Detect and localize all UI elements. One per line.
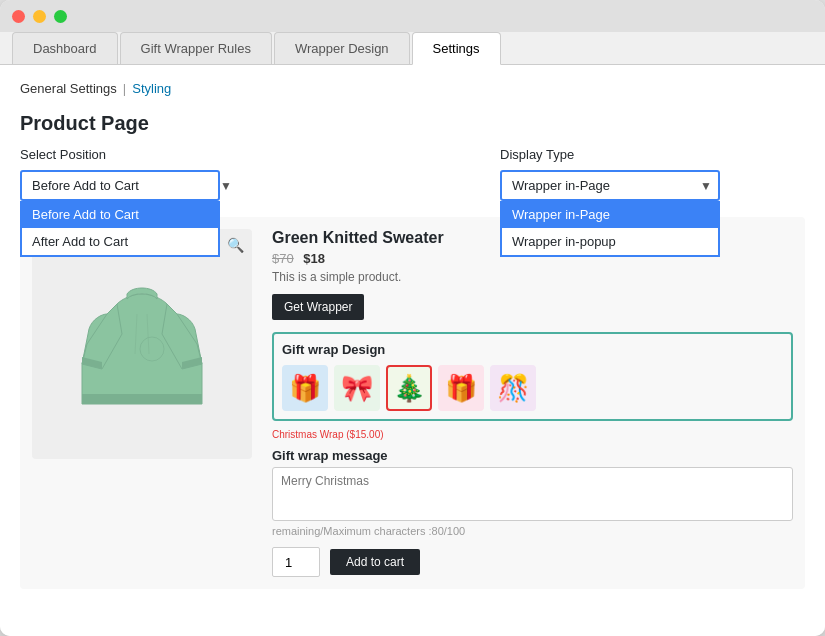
- display-dropdown: Wrapper in-Page Wrapper in-popup: [500, 201, 720, 257]
- breadcrumb: General Settings | Styling: [20, 81, 805, 96]
- product-description: This is a simple product.: [272, 270, 793, 284]
- position-select-group: Select Position Before Add to Cart ▼ Bef…: [20, 147, 240, 201]
- product-image-area: 🔍: [32, 229, 252, 459]
- app-window: Dashboard Gift Wrapper Rules Wrapper Des…: [0, 0, 825, 636]
- add-to-cart-button[interactable]: Add to cart: [330, 549, 420, 575]
- display-option-popup[interactable]: Wrapper in-popup: [502, 228, 718, 255]
- display-type-select[interactable]: Wrapper in-Page: [500, 170, 720, 201]
- position-dropdown-arrow: ▼: [220, 179, 232, 193]
- breadcrumb-separator: |: [123, 81, 126, 96]
- breadcrumb-general: General Settings: [20, 81, 117, 96]
- get-wrapper-button[interactable]: Get Wrapper: [272, 294, 364, 320]
- display-type-label: Display Type: [500, 147, 720, 162]
- tab-settings[interactable]: Settings: [412, 32, 501, 65]
- product-image: [77, 264, 207, 424]
- message-label: Gift wrap message: [272, 448, 793, 463]
- char-count: remaining/Maximum characters :80/100: [272, 525, 793, 537]
- display-type-group: Display Type Wrapper in-Page ▼ Wrapper i…: [500, 147, 720, 201]
- breadcrumb-styling[interactable]: Styling: [132, 81, 171, 96]
- minimize-button[interactable]: [33, 10, 46, 23]
- position-option-before[interactable]: Before Add to Cart: [22, 201, 218, 228]
- close-button[interactable]: [12, 10, 25, 23]
- position-option-after[interactable]: After Add to Cart: [22, 228, 218, 255]
- preview-area: 🔍: [20, 217, 805, 589]
- gift-images: 🎁 🎀 🎄 🎁 🎊: [282, 365, 783, 411]
- tab-wrapper-design[interactable]: Wrapper Design: [274, 32, 410, 64]
- content-area: General Settings | Styling Product Page …: [0, 65, 825, 636]
- message-input[interactable]: [272, 467, 793, 521]
- position-select-wrapper: Before Add to Cart ▼ Before Add to Cart …: [20, 170, 240, 201]
- section-title: Product Page: [20, 112, 805, 135]
- quantity-input[interactable]: [272, 547, 320, 577]
- gift-option-3[interactable]: 🎄: [386, 365, 432, 411]
- maximize-button[interactable]: [54, 10, 67, 23]
- gift-wrap-design-title: Gift wrap Design: [282, 342, 783, 357]
- display-option-inpage[interactable]: Wrapper in-Page: [502, 201, 718, 228]
- gift-option-5[interactable]: 🎊: [490, 365, 536, 411]
- christmas-label: Christmas Wrap ($15.00): [272, 429, 793, 440]
- tab-bar: Dashboard Gift Wrapper Rules Wrapper Des…: [0, 32, 825, 65]
- gift-wrap-design-box: Gift wrap Design 🎁 🎀 🎄 🎁 🎊: [272, 332, 793, 421]
- position-select[interactable]: Before Add to Cart: [20, 170, 220, 201]
- zoom-icon: 🔍: [227, 237, 244, 253]
- sale-price: $18: [303, 251, 325, 266]
- original-price: $70: [272, 251, 294, 266]
- tab-gift-wrapper-rules[interactable]: Gift Wrapper Rules: [120, 32, 272, 64]
- gift-option-4[interactable]: 🎁: [438, 365, 484, 411]
- product-details: Green Knitted Sweater $70 $18 This is a …: [272, 229, 793, 577]
- title-bar: [0, 0, 825, 32]
- add-to-cart-row: Add to cart: [272, 547, 793, 577]
- tab-dashboard[interactable]: Dashboard: [12, 32, 118, 64]
- position-dropdown: Before Add to Cart After Add to Cart: [20, 201, 220, 257]
- gift-option-1[interactable]: 🎁: [282, 365, 328, 411]
- position-label: Select Position: [20, 147, 240, 162]
- gift-option-2[interactable]: 🎀: [334, 365, 380, 411]
- display-type-wrapper: Wrapper in-Page ▼ Wrapper in-Page Wrappe…: [500, 170, 720, 201]
